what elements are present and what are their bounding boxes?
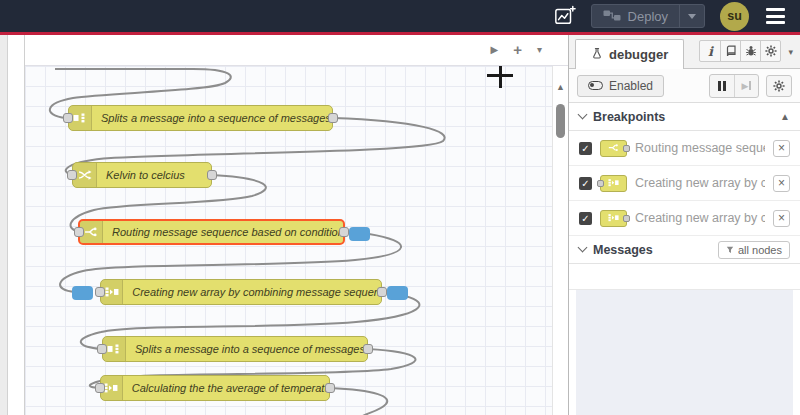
debugger-step-controls: ▶ <box>709 74 759 98</box>
flow-node[interactable]: Routing message sequence based on condit… <box>78 219 345 245</box>
breakpoint-label: Creating new array by combining message … <box>635 176 765 190</box>
palette-edge <box>0 35 25 415</box>
node-output-port[interactable] <box>363 344 373 354</box>
breakpoint-checkbox[interactable]: ✓ <box>579 142 592 155</box>
main-header: Deploy su <box>0 0 800 35</box>
node-input-port[interactable] <box>74 227 84 237</box>
flow-node[interactable]: Creating new array by combining message … <box>100 279 382 305</box>
chevron-down-icon <box>578 243 588 253</box>
tab-debugger[interactable]: debugger <box>575 39 684 69</box>
flow-node[interactable]: Splits a message into a sequence of mess… <box>102 336 368 362</box>
messages-title: Messages <box>593 243 653 257</box>
book-icon <box>725 45 737 57</box>
node-input-port[interactable] <box>95 383 105 393</box>
workspace-tab-bar: ▶ + ▾ <box>25 35 568 66</box>
switch-node-mini-icon <box>600 140 627 157</box>
scroll-up-icon[interactable]: ▲ <box>556 82 565 92</box>
node-output-port[interactable] <box>339 227 349 237</box>
paused-message-badge[interactable] <box>349 227 370 241</box>
breakpoints-list: ✓Routing message sequence based on condi… <box>569 131 800 236</box>
node-output-port[interactable] <box>325 383 335 393</box>
node-label: Calculating the the average of temperatu… <box>123 382 329 394</box>
node-input-port[interactable] <box>95 287 105 297</box>
pause-icon <box>718 81 727 91</box>
user-avatar[interactable]: su <box>720 2 749 31</box>
config-tab-button[interactable] <box>760 41 780 61</box>
tab-label: debugger <box>609 47 668 62</box>
node-input-port[interactable] <box>97 344 107 354</box>
sidebar-icon-tabs: i <box>699 40 781 62</box>
node-input-port[interactable] <box>63 113 73 123</box>
join-node-mini-icon <box>600 175 627 192</box>
pause-button[interactable] <box>710 75 734 97</box>
breakpoint-row[interactable]: ✓Routing message sequence based on condi… <box>569 131 800 166</box>
join-node-mini-icon <box>600 210 627 227</box>
remove-breakpoint-button[interactable]: × <box>773 175 790 192</box>
paused-message-badge[interactable] <box>72 286 93 300</box>
sidebar-menu-chevron[interactable]: ▾ <box>788 47 793 57</box>
enabled-label: Enabled <box>609 79 653 93</box>
flow-export-icon[interactable] <box>554 5 576 27</box>
info-icon: i <box>708 44 713 59</box>
debugger-enabled-toggle[interactable]: Enabled <box>577 75 664 97</box>
bug-icon <box>745 45 757 57</box>
flow-list-button[interactable]: ▾ <box>537 45 542 55</box>
breakpoint-checkbox[interactable]: ✓ <box>579 177 592 190</box>
filter-label: all nodes <box>738 244 782 256</box>
step-icon: ▶ <box>742 81 752 91</box>
deploy-options-button[interactable] <box>680 14 704 19</box>
chevron-down-icon <box>578 110 588 120</box>
node-label: Creating new array by combining message … <box>123 286 381 298</box>
deploy-button[interactable]: Deploy <box>591 4 705 28</box>
breakpoint-label: Routing message sequence based on condit… <box>635 141 765 155</box>
node-label: Kelvin to celcius <box>97 169 194 181</box>
node-label: Routing message sequence based on condit… <box>103 226 343 238</box>
remove-breakpoint-button[interactable]: × <box>773 210 790 227</box>
debugger-toolbar: Enabled ▶ <box>569 69 800 103</box>
breakpoints-title: Breakpoints <box>593 110 665 124</box>
node-output-port[interactable] <box>377 287 387 297</box>
node-input-port[interactable] <box>67 170 77 180</box>
add-flow-button[interactable]: + <box>513 42 522 57</box>
node-red-window: Deploy su ▶ + ▾ Splits a <box>0 0 800 415</box>
sidebar-tab-bar: debugger i ▾ <box>569 35 800 69</box>
node-label: Splits a message into a sequence of mess… <box>92 112 332 124</box>
debugger-settings-button[interactable] <box>766 75 792 97</box>
node-output-port[interactable] <box>328 113 338 123</box>
flow-node[interactable]: Calculating the the average of temperatu… <box>100 375 330 401</box>
breakpoint-row[interactable]: ✓Creating new array by combining message… <box>569 201 800 236</box>
main-menu-button[interactable] <box>764 4 787 28</box>
chevron-down-icon <box>688 14 696 19</box>
flow-canvas[interactable]: ▶ + ▾ Splits a message into a sequence o… <box>25 35 568 415</box>
debug-tab-button[interactable] <box>740 41 760 61</box>
node-output-port[interactable] <box>207 170 217 180</box>
breakpoint-row[interactable]: ✓Creating new array by combining message… <box>569 166 800 201</box>
gear-icon <box>773 80 785 92</box>
paused-message-badge[interactable] <box>387 286 408 300</box>
tab-scroll-right-button[interactable]: ▶ <box>491 45 499 55</box>
breakpoint-checkbox[interactable]: ✓ <box>579 212 592 225</box>
deploy-node-icon <box>603 9 621 24</box>
help-tab-button[interactable] <box>720 41 740 61</box>
avatar-initials: su <box>727 9 742 23</box>
messages-filter-button[interactable]: all nodes <box>718 241 790 259</box>
deploy-label: Deploy <box>628 9 668 24</box>
flow-node[interactable]: Splits a message into a sequence of mess… <box>68 105 333 131</box>
messages-empty-row <box>569 264 800 290</box>
flow-node[interactable]: Kelvin to celcius <box>72 162 212 188</box>
breakpoints-section-header[interactable]: Breakpoints ▲ <box>569 103 800 131</box>
info-tab-button[interactable]: i <box>700 41 720 61</box>
canvas-scrollbar[interactable]: ▲ <box>552 66 568 415</box>
remove-breakpoint-button[interactable]: × <box>773 140 790 157</box>
list-scroll-up-icon[interactable]: ▲ <box>780 111 790 122</box>
step-button[interactable]: ▶ <box>734 75 758 97</box>
messages-panel <box>576 290 793 415</box>
breakpoint-label: Creating new array by combining message … <box>635 211 765 225</box>
scrollbar-thumb[interactable] <box>556 104 565 138</box>
funnel-icon <box>726 246 734 254</box>
toggle-icon <box>588 81 603 90</box>
gear-icon <box>765 45 777 57</box>
flask-icon <box>591 47 603 63</box>
node-label: Splits a message into a sequence of mess… <box>126 343 367 355</box>
messages-section-header[interactable]: Messages all nodes <box>569 236 800 264</box>
